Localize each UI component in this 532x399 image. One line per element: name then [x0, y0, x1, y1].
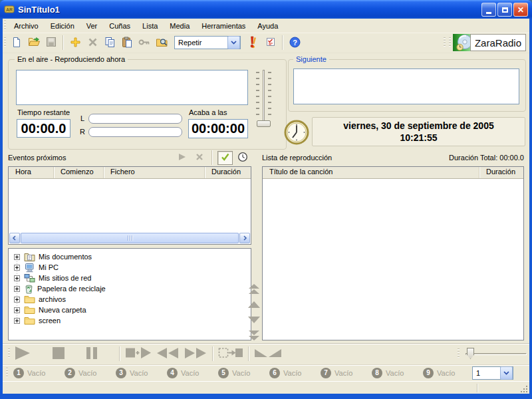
maximize-button[interactable] [497, 3, 512, 17]
tp-rewind-icon [156, 347, 180, 360]
volume-slider-ticks [256, 72, 259, 119]
close-button[interactable]: ✕ [513, 3, 528, 17]
ev-delete-button[interactable] [192, 151, 207, 165]
copy-button[interactable] [102, 34, 118, 51]
repeat-mode-combo[interactable]: Repetir [174, 36, 241, 49]
expand-icon[interactable] [14, 318, 20, 324]
volume-gripper[interactable] [458, 348, 460, 359]
current-date: viernes, 30 de septiembre de 2005 [343, 120, 493, 132]
cart-button-9[interactable]: 9Vacío [423, 367, 455, 378]
column-header-hora[interactable]: Hora [9, 167, 54, 178]
cart-button-5[interactable]: 5Vacío [218, 367, 250, 378]
tree-item-screen[interactable]: screen [14, 315, 61, 326]
onair-volume-slider-track[interactable] [263, 70, 265, 123]
column-header-titulo-de-la-cancion[interactable]: Título de la canción [263, 167, 479, 178]
column-header-comienzo[interactable]: Comienzo [54, 167, 104, 178]
menu-lista[interactable]: Lista [136, 20, 164, 33]
logo-gripper[interactable] [449, 37, 451, 48]
scroll-right-button[interactable] [239, 233, 250, 243]
expand-icon[interactable] [14, 265, 20, 271]
menu-edicion[interactable]: Edición [45, 20, 80, 33]
expand-icon[interactable] [14, 254, 20, 260]
master-volume-thumb[interactable] [467, 348, 474, 359]
scroll-thumb[interactable] [21, 233, 239, 243]
toolbar-separator [248, 346, 249, 361]
resize-grip[interactable] [520, 385, 528, 393]
column-header-fichero[interactable]: Fichero [104, 167, 205, 178]
cart-gripper[interactable] [6, 368, 8, 378]
menubar-gripper[interactable] [4, 21, 6, 31]
key-button[interactable] [136, 34, 152, 51]
tree-item-mis-documentos[interactable]: Mis documentos [14, 251, 92, 262]
help-button[interactable]: ? [287, 34, 303, 51]
alert-button[interactable] [245, 34, 261, 51]
tp-stop-play-button[interactable] [125, 346, 152, 361]
cart-button-7[interactable]: 7Vacío [321, 367, 352, 378]
logo-gripper[interactable] [444, 37, 446, 48]
menubar: ArchivoEdiciónVerCuñasListaMediaHerramie… [3, 19, 529, 33]
expand-icon[interactable] [14, 275, 20, 281]
add-item-button[interactable] [67, 34, 83, 51]
expand-icon[interactable] [14, 307, 20, 313]
menu-media[interactable]: Media [164, 20, 196, 33]
column-header-duracion[interactable]: Duración [205, 167, 251, 178]
move-bottom-icon [247, 330, 261, 342]
tp-crossfade-icon [254, 348, 282, 360]
combo-arrow-icon[interactable] [500, 366, 513, 380]
ev-play-button[interactable] [174, 151, 190, 165]
statusbar-separator [477, 384, 478, 392]
cart-button-4[interactable]: 4Vacío [167, 367, 199, 378]
cart-button-1[interactable]: 1Vacío [13, 367, 45, 378]
ev-clock-button[interactable] [235, 151, 250, 165]
toolbar-gripper[interactable] [4, 37, 6, 48]
open-folder-button[interactable] [26, 34, 42, 51]
cart-button-6[interactable]: 6Vacío [269, 367, 301, 378]
minimize-button[interactable] [481, 3, 496, 17]
combo-arrow-icon[interactable] [227, 36, 240, 49]
menu-ver[interactable]: Ver [80, 20, 104, 33]
move-bottom-button[interactable] [247, 331, 261, 341]
menu-herramientas[interactable]: Herramientas [196, 20, 251, 33]
help-icon: ? [289, 37, 301, 49]
menu-archivo[interactable]: Archivo [8, 20, 45, 33]
cart-button-3[interactable]: 3Vacío [116, 367, 148, 378]
cart-bank-combo[interactable]: 1 [472, 366, 513, 380]
menu-cunas[interactable]: Cuñas [103, 20, 136, 33]
find-folder-button[interactable] [154, 34, 170, 51]
onair-volume-slider-thumb[interactable] [257, 120, 271, 127]
delete-item-button[interactable] [84, 34, 100, 51]
paste-button[interactable] [119, 34, 135, 51]
tp-play-button[interactable] [14, 346, 31, 362]
report-button[interactable] [263, 34, 279, 51]
ev-check-button[interactable] [217, 151, 233, 165]
column-header-duracion[interactable]: Duración [479, 167, 523, 178]
tree-item-papelera-de-reciclaje[interactable]: Papelera de reciclaje [14, 283, 106, 294]
save-button[interactable] [43, 34, 59, 51]
cart-button-8[interactable]: 8Vacío [372, 367, 404, 378]
network-icon [24, 273, 35, 283]
new-file-button[interactable] [9, 34, 25, 51]
tp-pause-button[interactable] [86, 346, 98, 361]
my-documents-icon [24, 252, 35, 262]
tree-item-mi-pc[interactable]: Mi PC [14, 262, 59, 273]
move-up-button[interactable] [247, 300, 261, 311]
tp-jump-button[interactable] [218, 346, 243, 361]
tree-item-nueva-carpeta[interactable]: Nueva carpeta [14, 305, 86, 315]
tp-crossfade-button[interactable] [254, 348, 282, 360]
playlist-caption: Lista de reproducción [262, 154, 332, 162]
tree-item-mis-sitios-de-red[interactable]: Mis sitios de red [14, 273, 91, 283]
menu-ayuda[interactable]: Ayuda [251, 20, 284, 33]
tp-fast-forward-button[interactable] [184, 347, 207, 360]
master-volume-track[interactable] [466, 353, 527, 355]
tree-item-archivos[interactable]: archivos [14, 294, 66, 305]
transport-gripper[interactable] [8, 348, 10, 359]
tp-stop-button[interactable] [52, 346, 65, 361]
cart-button-2[interactable]: 2Vacío [65, 367, 96, 378]
toolbar-separator [119, 346, 120, 361]
scroll-left-button[interactable] [9, 233, 20, 243]
expand-icon[interactable] [14, 286, 20, 292]
tp-rewind-button[interactable] [156, 347, 180, 360]
expand-icon[interactable] [14, 297, 20, 303]
move-down-button[interactable] [247, 315, 261, 326]
move-top-button[interactable] [247, 285, 261, 295]
